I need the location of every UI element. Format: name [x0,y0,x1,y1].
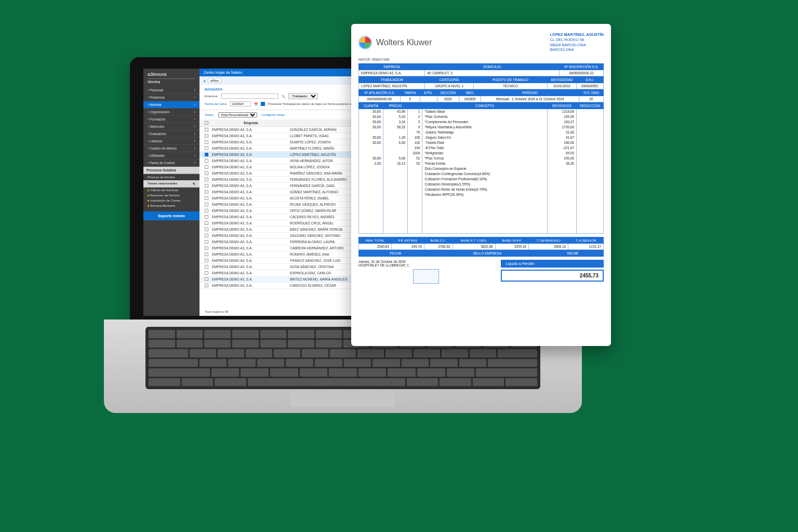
concept-row: Tributación IRPF(20.39%) [359,192,604,197]
concept-row: Cotización Desempleo(1.55%) [359,182,604,187]
row-checkbox[interactable] [205,209,208,212]
concept-row: 30,003,343*Complemento Ad Personam100,27 [359,119,604,125]
row-checkbox[interactable] [205,240,208,244]
row-checkbox[interactable] [205,215,208,219]
sidebar-item[interactable]: › Listados› [143,138,200,145]
concept-row: 30,006,00102-Tickets Rste180,00 [359,140,604,145]
task-item[interactable]: Cálculo de Nóminas [143,188,200,193]
baja-checkbox[interactable] [261,102,265,106]
concept-row: 30,005,202*Plus Convenio155,95 [359,114,604,119]
concept-row: Cotización Formación Profesional(0.10%) [359,177,604,182]
concept-row: 30,0058,339*Mejora Voluntaria y Absorbib… [359,125,604,130]
company-info-table: EMPRESADOMICILIONº INSCRIPCIÓN S.S. EMPR… [358,63,604,76]
row-checkbox[interactable] [205,221,208,225]
row-checkbox[interactable] [205,271,208,275]
payslip-footer: Jueves, 31 de Octubre de 2024 HOSPITALET… [358,260,604,284]
row-checkbox[interactable] [205,284,208,287]
concept-row: 30,0043,961*Salario Base1318,69 [359,109,604,114]
row-checkbox[interactable] [205,153,208,156]
nav-menu: › Personal›› Presencia›› Nómina›› Organi… [143,87,200,167]
nif: NIF/CIF: A58417346 [358,58,604,61]
empresa-input[interactable] [221,94,278,99]
task-item[interactable]: Resumen de Nómina [143,193,200,198]
concept-row: 1004*Antigüedad65,93 [359,151,604,156]
row-checkbox[interactable] [205,277,208,281]
row-checkbox[interactable] [205,265,208,269]
concept-row: Dcto Conceptos en Especie [359,166,604,171]
brand-name: a3innuva [148,72,195,77]
sidebar-item[interactable]: › Organización› [143,109,200,116]
sidebar-item[interactable]: › Presencia› [143,94,200,101]
row-checkbox[interactable] [205,171,208,175]
procesos-header[interactable]: Procesos Guiados [143,167,200,174]
row-checkbox[interactable] [205,159,208,163]
brand-sub: Nómina [148,78,195,84]
trabajador-select[interactable]: Trabajador [288,93,318,99]
concept-row: 75-Gastos Teletrabajo31,00 [359,130,604,135]
search-icon[interactable]: 🔍 [282,95,285,98]
support-button[interactable]: Soporte remoto [143,211,200,220]
affiliation-table: Nº AFILIACIÓN S.S.TARIFAEPÍG.SECCIÓNNRO.… [358,89,604,102]
employee-address: LÓPEZ MARTÍNEZ, AGUSTÍN CL DEL RODEO 58 … [550,32,604,52]
row-checkbox[interactable] [205,252,208,256]
neto-value: 2455,73 [501,270,604,282]
sidebar-item[interactable]: › Formación› [143,116,200,123]
task-item[interactable]: Remesa Bancaria [143,203,200,208]
company-logo: Wolters Kluwer [358,32,432,52]
fecha-input[interactable] [230,101,251,107]
concept-row: 30,005,0051*Plus Turnos150,00 [359,156,604,161]
row-checkbox[interactable] [205,165,208,169]
config-views-link[interactable]: Configurar vistas [261,113,285,116]
employee-info-table: TRABAJADORCATEGORÍAPUESTO DE TRABAJOANTI… [358,76,604,89]
trackpad [291,391,395,407]
concept-row: 104-R.Flex.Total-221,67 [359,145,604,151]
wk-logo-icon [358,36,372,49]
row-checkbox[interactable] [205,259,208,262]
tasks-list: Cálculo de NóminasResumen de NóminaImput… [143,188,200,208]
row-checkbox[interactable] [205,184,208,188]
calendar-icon[interactable]: 📅 [254,102,258,106]
row-checkbox[interactable] [205,234,208,237]
views-select[interactable]: Vista Personalizada [218,112,257,117]
concept-row: 30,001,39100-Seguro Salud Ex41,67 [359,135,604,140]
brand: a3innuva Nómina [143,69,200,87]
tareas-header[interactable]: Tareas relacionadas ✎ [143,180,200,188]
sidebar-item[interactable]: › Selección› [143,123,200,130]
sidebar-item[interactable]: › Nómina› [143,101,200,109]
row-checkbox[interactable] [205,228,208,231]
row-checkbox[interactable] [205,246,208,250]
stamp-icon [413,269,439,284]
row-checkbox[interactable] [205,203,208,206]
proceso-item[interactable]: Proceso de Nómina [143,174,200,180]
concept-row: 2,0018,1352*Horas Extras36,26 [359,161,604,166]
select-all-checkbox[interactable] [205,121,208,125]
liquido-label: Líquido a Percibir [501,260,604,268]
row-checkbox[interactable] [205,178,208,181]
sidebar-item[interactable]: › Panel de Control› [143,159,200,167]
globe-icon[interactable]: ● [204,79,206,83]
signature-table: FECHASELLO EMPRESARECIBÍ [358,250,604,257]
sidebar-item[interactable]: › Evaluación› [143,130,200,138]
edit-icon[interactable]: ✎ [193,182,195,185]
concept-row: Cotización Resto de Horas Extras(4.70%) [359,187,604,192]
row-checkbox[interactable] [205,147,208,150]
row-checkbox[interactable] [205,190,208,194]
concept-row: Cotización Contingencias Comunes(4.80%) [359,171,604,177]
sidebar-item[interactable]: › Cuadro de Mando› [143,145,200,152]
sidebar-item[interactable]: › Utilidades› [143,152,200,159]
row-checkbox[interactable] [205,196,208,200]
payslip-document: Wolters Kluwer LÓPEZ MARTÍNEZ, AGUSTÍN C… [351,24,611,346]
total-records: Total registros 89 [205,310,229,314]
concepts-table: CUANTÍA PRECIO CONCEPTO DEVENGOS DEDUCCI… [358,102,604,234]
row-checkbox[interactable] [205,134,208,138]
sidebar: a3innuva Nómina › Personal›› Presencia››… [143,69,200,316]
a3doc-tag[interactable]: a3doc [208,78,221,83]
task-item[interactable]: Imputación de Costes [143,198,200,203]
row-checkbox[interactable] [205,128,208,131]
row-checkbox[interactable] [205,140,208,144]
totals-table: REM. TOTALP.P. EXTRAS BASE C.C.BASE A.T.… [358,237,604,250]
sidebar-item[interactable]: › Personal› [143,87,200,94]
